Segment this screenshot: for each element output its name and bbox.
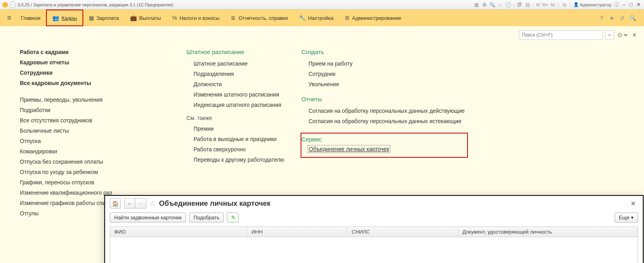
col-snils[interactable]: СНИЛС [347,227,458,237]
section-otchety-title: Отчеты [301,96,468,102]
col-sozdat: Создать Прием на работу Сотрудник Увольн… [301,48,468,218]
link-otpuska-bez-sokhraneniya[interactable]: Отпуска без сохранения оплаты [20,157,174,166]
history-icon[interactable]: ↺ [620,15,624,21]
app-icon [2,2,8,8]
link-priem-na-rabotu[interactable]: Прием на работу [301,59,468,68]
link-podrabotki[interactable]: Подработки [20,106,174,114]
panel-close-icon[interactable]: ✕ [632,32,637,38]
star-icon[interactable]: ★ [610,15,614,21]
menu-icon[interactable]: ≡ [3,14,15,22]
nav-nalogi[interactable]: % Налоги и взносы [167,10,225,26]
link-obedinenie-kartochek[interactable]: Объединение личных карточек [308,145,390,153]
wrench-icon: 🔧 [299,15,306,21]
find-duplicates-button[interactable]: Найти задвоенные карточки [110,213,186,222]
link-premii[interactable]: Премии [186,124,289,133]
minimize-button[interactable]: – [622,2,626,8]
toolbar-icon-3[interactable]: 🔍 [490,2,495,8]
service-highlight-box: Сервис Объединение личных карточек [301,133,468,158]
link-priemy[interactable]: Приемы, переводы, увольнения [20,95,174,104]
mplus-indicator[interactable]: M+ [542,2,548,7]
people-icon: 👥 [52,15,59,21]
more-button[interactable]: Еще ▾ [615,213,638,222]
edit-button[interactable]: ✎ [227,213,239,222]
link-podrazdeleniya[interactable]: Подразделения [186,70,289,78]
back-button[interactable]: ← [124,198,135,209]
link-otpuska-po-ukhodu[interactable]: Отпуска по уходу за ребенком [20,168,174,176]
section-shtatnoe-title: Штатное расписание [186,48,289,55]
mminus-indicator[interactable]: M- [551,2,556,7]
m-indicator[interactable]: M [536,2,540,7]
link-soglasiya-istekayushchie[interactable]: Согласия на обработку персональных данны… [301,117,468,126]
gear-icon: ⚙ [345,15,350,21]
nav-otchetnost[interactable]: 🗎 Отчетность, справки [225,10,293,26]
windows-icon[interactable]: ⧉ [562,2,567,8]
briefcase-icon: 💼 [130,15,137,21]
link-vse-kadrovye-dokumenty[interactable]: Все кадровые документы [20,79,174,87]
user-icon: 👤 [573,2,579,7]
close-button[interactable]: ✕ [636,2,642,8]
section-sozdat-title: Создать [301,48,468,55]
col-dokument[interactable]: Документ, удостоверяющий личность [458,227,637,237]
link-indeksatsiya[interactable]: Индексация штатного расписания [186,101,289,109]
modal-title: Объединение личных карточек [159,199,625,208]
apps-icon[interactable]: ⠿ [600,15,604,21]
toolbar-icon-2[interactable]: 🖶 [482,2,487,8]
link-komandirovki[interactable]: Командировки [20,147,174,156]
user-badge[interactable]: 👤 Администратор [573,2,611,7]
toolbar-icon-4[interactable]: ☆ [498,2,503,8]
toolbar-icon-7[interactable]: ▤ [525,2,530,8]
chevron-down-icon: ▾ [631,215,634,220]
col-fio[interactable]: ФИО [110,227,247,237]
link-sotrudniki[interactable]: Сотрудники [20,68,174,77]
forward-button[interactable]: → [135,198,146,209]
section-see-also-title: См. также [186,115,289,121]
link-dolzhnosti[interactable]: Должности [186,80,289,89]
nav-kadry[interactable]: 👥 Кадры [46,10,83,26]
link-kadrovye-otchety[interactable]: Кадровые отчеты [20,58,174,67]
search-clear-button[interactable]: × [605,30,614,40]
link-grafiki-perenosy[interactable]: Графики, переносы отпусков [20,178,174,187]
main-navbar: ≡ Главное 👥 Кадры ▦ Зарплата 💼 Выплаты %… [0,10,644,26]
nav-nastroyka[interactable]: 🔧 Настройка [293,10,339,26]
col-inn[interactable]: ИНН [247,227,348,237]
pick-button[interactable]: Подобрать [189,213,224,222]
link-vse-otsutstviya[interactable]: Все отсутствия сотрудников [20,116,174,125]
toolbar-icon-6[interactable]: 🗐 [517,2,522,8]
toolbar-icon-1[interactable]: ▦ [474,2,479,8]
nav-admin[interactable]: ⚙ Администрирование [339,10,407,26]
col-rabota-s-kadrami: Работа с кадрами Кадровые отчеты Сотрудн… [20,48,174,218]
window-title: 3.0.25 / Зарплата и управление персонало… [17,2,173,7]
nav-main[interactable]: Главное [15,10,46,26]
link-soglasiya-deistvuyushchie[interactable]: Согласия на обработку персональных данны… [301,106,468,115]
link-rabota-vykhodnye[interactable]: Работа в выходные и праздники [186,135,289,143]
percent-icon: % [172,15,177,21]
cards-table[interactable]: ФИО ИНН СНИЛС Документ, удостоверяющий л… [110,226,638,263]
link-otpuska[interactable]: Отпуска [20,137,174,145]
link-bolnichnye[interactable]: Больничные листы [20,126,174,135]
search-input[interactable] [519,30,602,40]
link-rabota-s-kadrami[interactable]: Работа с кадрами [20,48,174,56]
link-izmeneniya-shtatnogo[interactable]: Изменения штатного расписания [186,90,289,99]
col-shtatnoe: Штатное расписание Штатное расписание По… [186,48,289,218]
settings-icon[interactable]: ⚙⏷ [617,31,629,39]
link-uvolnenie[interactable]: Увольнение [301,80,468,89]
link-rabota-sverkhurochno[interactable]: Работа сверхурочно [186,145,289,154]
modal-obedinenie-kartochek: 🏠 ← → ☆ Объединение личных карточек ✕ На… [104,195,644,263]
link-sotrudnik[interactable]: Сотрудник [301,70,468,78]
back-circle-icon[interactable]: ← [10,2,16,8]
modal-close-button[interactable]: ✕ [628,200,638,207]
favorite-icon[interactable]: ☆ [150,199,156,208]
nav-vyplaty[interactable]: 💼 Выплаты [125,10,167,26]
maximize-button[interactable]: □ [629,2,633,8]
titlebar: ← 3.0.25 / Зарплата и управление персона… [0,0,644,10]
toolbar-icon-5[interactable]: 🕘 [506,2,511,8]
nav-zarplata[interactable]: ▦ Зарплата [83,10,125,26]
info-icon[interactable]: ⓘ [614,2,619,8]
link-perevody[interactable]: Переводы к другому работодателю [186,155,289,164]
search-nav-icon[interactable]: 🔍 [630,15,636,21]
link-shtatnoe-raspisanie[interactable]: Штатное расписание [186,59,289,68]
section-servis-title: Сервис [301,136,463,143]
home-button[interactable]: 🏠 [110,198,121,209]
document-icon: 🗎 [230,15,236,21]
user-name: Администратор [580,2,611,7]
